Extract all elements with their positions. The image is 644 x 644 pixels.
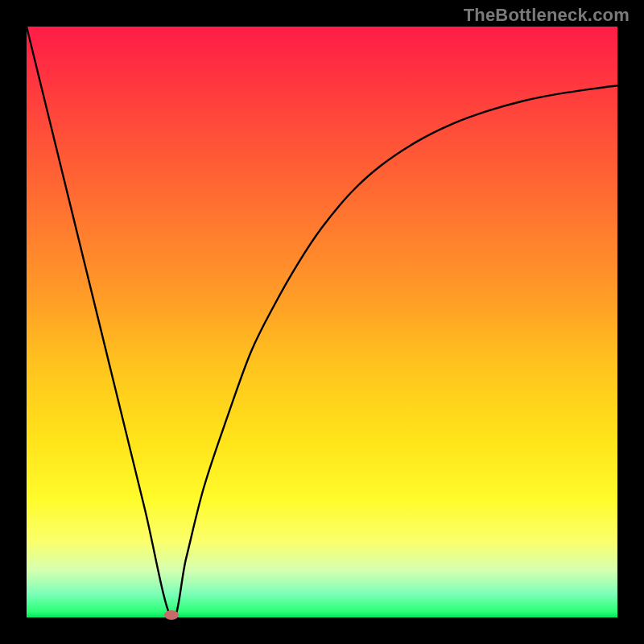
bottleneck-curve: [27, 27, 617, 617]
min-marker: [164, 610, 179, 620]
chart-svg: [27, 27, 617, 617]
watermark-text: TheBottleneck.com: [464, 5, 630, 26]
